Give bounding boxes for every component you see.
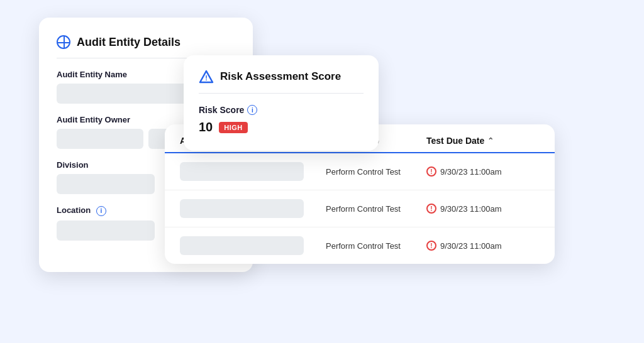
cell-auditor-2: [180, 199, 326, 218]
overdue-icon-1: [426, 166, 436, 177]
input-auditor-1[interactable]: [180, 162, 304, 181]
risk-assessment-card: ! Risk Assessment Score Risk Score i 10 …: [184, 55, 379, 151]
cell-step-1: Perform Control Test: [326, 167, 426, 177]
col-header-due-date: Test Due Date ⌃: [426, 136, 540, 146]
cell-step-2: Perform Control Test: [326, 204, 426, 214]
cell-date-2: 9/30/23 11:00am: [426, 204, 540, 214]
date-value-1: 9/30/23 11:00am: [440, 167, 502, 177]
cell-step-3: Perform Control Test: [326, 241, 426, 251]
cell-date-1: 9/30/23 11:00am: [426, 166, 540, 177]
risk-score-number: 10: [199, 120, 213, 134]
audit-card-title: Audit Entity Details: [77, 36, 180, 49]
risk-card-title-row: ! Risk Assessment Score: [199, 69, 364, 94]
globe-icon: [57, 35, 70, 49]
scene: Audit Entity Details Audit Entity Name A…: [39, 18, 605, 325]
cell-auditor-1: [180, 162, 326, 181]
sort-icon-due-date[interactable]: ⌃: [487, 136, 494, 145]
risk-high-badge: HIGH: [219, 122, 248, 133]
input-auditor-3[interactable]: [180, 236, 304, 255]
input-audit-entity-owner-1[interactable]: [57, 129, 143, 149]
warning-triangle-icon: !: [199, 69, 214, 84]
input-auditor-2[interactable]: [180, 199, 304, 218]
cell-date-3: 9/30/23 11:00am: [426, 241, 540, 251]
cell-auditor-3: [180, 236, 326, 255]
date-value-3: 9/30/23 11:00am: [440, 241, 502, 251]
table-row: Perform Control Test 9/30/23 11:00am: [165, 153, 555, 190]
input-location[interactable]: [57, 220, 155, 241]
overdue-icon-3: [426, 241, 436, 251]
risk-card-title: Risk Assessment Score: [220, 70, 341, 83]
input-division[interactable]: [57, 174, 155, 194]
table-row: Perform Control Test 9/30/23 11:00am: [165, 227, 555, 264]
risk-score-value-row: 10 HIGH: [199, 120, 364, 134]
svg-text:!: !: [205, 74, 208, 82]
risk-score-info-icon[interactable]: i: [247, 105, 257, 115]
location-info-icon[interactable]: i: [96, 206, 106, 216]
table-row: Perform Control Test 9/30/23 11:00am: [165, 190, 555, 227]
risk-score-label: Risk Score i: [199, 105, 364, 115]
overdue-icon-2: [426, 204, 436, 214]
date-value-2: 9/30/23 11:00am: [440, 204, 502, 214]
